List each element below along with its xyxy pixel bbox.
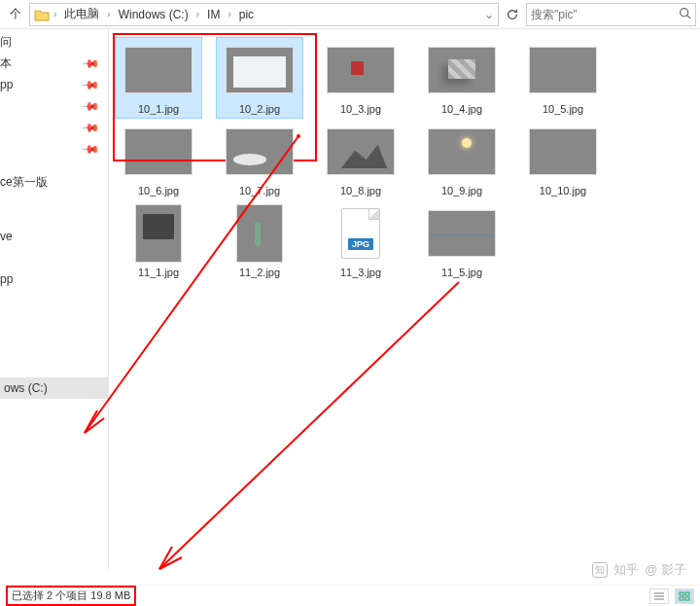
- svg-line-6: [159, 282, 459, 569]
- chevron-right-icon: ›: [194, 9, 201, 19]
- crumb-drive[interactable]: Windows (C:): [115, 6, 192, 23]
- pin-icon: 📌: [81, 75, 101, 95]
- status-selection-text: 已选择 2 个项目 19.8 MB: [6, 586, 136, 606]
- file-name: 10_5.jpg: [542, 103, 583, 115]
- view-details-button[interactable]: [649, 588, 669, 604]
- file-item[interactable]: 10_4.jpg: [418, 37, 506, 119]
- file-item[interactable]: 10_6.jpg: [115, 119, 202, 200]
- file-name: 10_9.jpg: [441, 185, 482, 196]
- crumb-folder-im[interactable]: IM: [203, 6, 224, 23]
- chevron-right-icon: ›: [52, 9, 58, 19]
- file-name: 11_3.jpg: [340, 267, 381, 278]
- file-item[interactable]: 10_1.jpg: [115, 37, 202, 119]
- file-name: 10_1.jpg: [138, 103, 179, 115]
- file-thumbnail: [321, 41, 401, 99]
- svg-point-0: [681, 8, 688, 16]
- file-thumbnail: [523, 41, 603, 99]
- sidebar-item[interactable]: ce第一版: [0, 171, 108, 193]
- file-name: 11_1.jpg: [138, 267, 179, 278]
- file-grid[interactable]: 10_1.jpg10_2.jpg10_3.jpg10_4.jpg10_5.jpg…: [109, 29, 700, 569]
- file-item[interactable]: 10_7.jpg: [216, 119, 303, 200]
- sidebar-item[interactable]: 📌: [0, 138, 108, 160]
- watermark: 知 知乎 @ 影子: [592, 561, 686, 579]
- sidebar: 问 本📌 pp📌 📌 📌 📌 ce第一版 ve pp ows (C:): [0, 29, 109, 569]
- view-thumbnails-button[interactable]: [675, 588, 694, 604]
- file-name: 10_7.jpg: [239, 185, 280, 196]
- file-thumbnail: [321, 123, 401, 181]
- pin-icon: 📌: [81, 139, 101, 160]
- file-name: 10_6.jpg: [138, 185, 179, 196]
- sidebar-item[interactable]: pp: [0, 268, 108, 290]
- pin-icon: 📌: [81, 96, 101, 117]
- file-item[interactable]: 10_5.jpg: [519, 37, 607, 119]
- svg-line-8: [159, 547, 172, 569]
- file-name: 11_5.jpg: [441, 267, 482, 278]
- file-thumbnail: JPG: [321, 204, 401, 263]
- sidebar-item[interactable]: 问: [0, 31, 108, 53]
- file-name: 10_2.jpg: [239, 103, 280, 115]
- zhihu-logo-icon: 知: [592, 562, 608, 578]
- file-item[interactable]: 10_10.jpg: [519, 119, 607, 200]
- up-button[interactable]: 个: [4, 3, 27, 26]
- crumb-folder-pic[interactable]: pic: [235, 6, 258, 23]
- file-name: 10_10.jpg: [540, 185, 586, 196]
- search-input[interactable]: [531, 8, 679, 21]
- address-bar: 个 › 此电脑 › Windows (C:) › IM › pic ⌄: [0, 0, 700, 29]
- filetype-badge: JPG: [348, 238, 373, 250]
- file-thumbnail: [523, 123, 603, 181]
- search-icon[interactable]: [679, 7, 691, 22]
- svg-rect-9: [680, 592, 683, 595]
- sidebar-item-drive-c[interactable]: ows (C:): [0, 377, 108, 399]
- annotation-arrow: [148, 272, 469, 584]
- svg-line-7: [159, 557, 182, 569]
- file-item[interactable]: 11_5.jpg: [418, 200, 506, 282]
- file-item[interactable]: 10_3.jpg: [317, 37, 404, 119]
- sidebar-item[interactable]: pp📌: [0, 74, 108, 95]
- file-item[interactable]: 10_8.jpg: [317, 119, 404, 200]
- grid-icon: [679, 591, 690, 601]
- svg-rect-11: [680, 597, 683, 600]
- sidebar-item[interactable]: [0, 193, 108, 214]
- breadcrumb[interactable]: › 此电脑 › Windows (C:) › IM › pic ⌄: [29, 3, 499, 26]
- file-item[interactable]: 10_9.jpg: [418, 119, 506, 200]
- svg-rect-12: [685, 597, 689, 600]
- file-thumbnail: [422, 204, 502, 263]
- sidebar-item[interactable]: ve: [0, 226, 108, 247]
- file-thumbnail: [119, 204, 198, 263]
- chevron-right-icon: ›: [105, 9, 112, 19]
- pin-icon: 📌: [81, 53, 101, 74]
- status-bar: 已选择 2 个项目 19.8 MB: [0, 585, 700, 606]
- file-item[interactable]: 11_2.jpg: [216, 200, 303, 282]
- file-item[interactable]: 11_1.jpg: [115, 200, 202, 282]
- search-box[interactable]: [526, 3, 696, 26]
- refresh-icon: [506, 8, 519, 21]
- sidebar-item[interactable]: 📌: [0, 117, 108, 138]
- file-item[interactable]: JPG11_3.jpg: [317, 200, 404, 282]
- file-thumbnail: [220, 123, 299, 181]
- sidebar-item[interactable]: 本📌: [0, 53, 108, 74]
- list-icon: [653, 591, 665, 601]
- file-thumbnail: [220, 204, 299, 263]
- file-thumbnail: [119, 123, 198, 181]
- file-thumbnail: [422, 123, 502, 181]
- file-item[interactable]: 10_2.jpg: [216, 37, 303, 119]
- file-thumbnail: [220, 41, 299, 99]
- svg-line-1: [687, 15, 690, 18]
- file-name: 10_3.jpg: [340, 103, 381, 115]
- sidebar-item[interactable]: [0, 247, 108, 268]
- pin-icon: 📌: [81, 118, 101, 138]
- chevron-down-icon[interactable]: ⌄: [484, 8, 494, 21]
- chevron-right-icon: ›: [226, 9, 232, 19]
- sidebar-item[interactable]: 📌: [0, 95, 108, 117]
- file-name: 10_4.jpg: [441, 103, 482, 115]
- file-name: 11_2.jpg: [239, 267, 280, 278]
- crumb-pc[interactable]: 此电脑: [60, 4, 103, 24]
- folder-icon: [34, 8, 50, 21]
- refresh-button[interactable]: [501, 3, 524, 26]
- file-thumbnail: [119, 41, 198, 99]
- svg-rect-10: [685, 592, 689, 595]
- file-name: 10_8.jpg: [340, 185, 381, 196]
- file-thumbnail: [422, 41, 502, 99]
